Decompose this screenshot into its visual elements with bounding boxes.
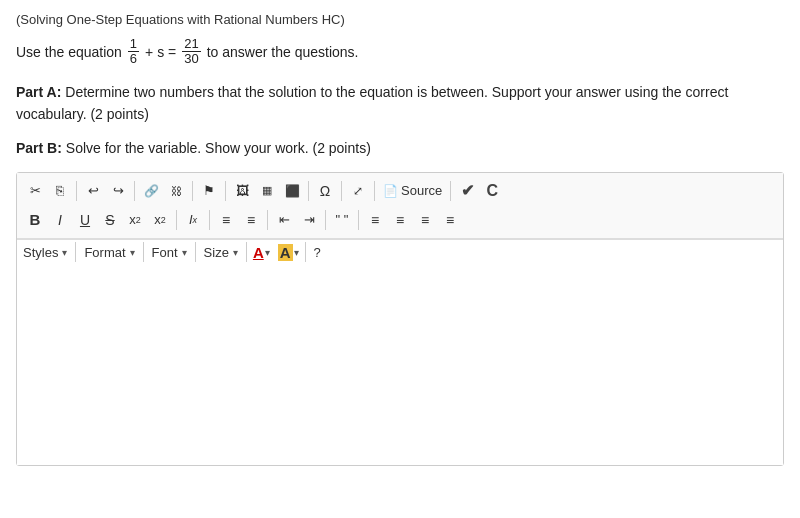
font-color-button[interactable]: A ▾ bbox=[249, 242, 274, 263]
dd-sep2 bbox=[143, 242, 144, 262]
ordered-list-button[interactable]: ≡ bbox=[214, 208, 238, 232]
toolbar-dropdown-row: Styles ▾ Format ▾ Font ▾ Size ▾ A ▾ A ▾ … bbox=[17, 239, 783, 265]
sep11 bbox=[267, 210, 268, 230]
subtitle: (Solving One-Step Equations with Rationa… bbox=[16, 12, 784, 27]
part-b: Part B: Solve for the variable. Show you… bbox=[16, 137, 784, 159]
underline-button[interactable]: U bbox=[73, 208, 97, 232]
dd-sep1 bbox=[75, 242, 76, 262]
link-button[interactable]: 🔗 bbox=[139, 179, 163, 203]
toolbar-row1: ✂ ⎘ ↩ ↪ 🔗 ⛓ ⚑ 🖼 ▦ ⬛ Ω ⤢ 📄 Source ✔ bbox=[17, 173, 783, 239]
equation-prefix: Use the equation bbox=[16, 44, 122, 60]
indent-more-button[interactable]: ⇥ bbox=[297, 208, 321, 232]
editor-container: ✂ ⎘ ↩ ↪ 🔗 ⛓ ⚑ 🖼 ▦ ⬛ Ω ⤢ 📄 Source ✔ bbox=[16, 172, 784, 466]
size-arrow: ▾ bbox=[233, 247, 238, 258]
source-button[interactable]: 📄 Source bbox=[379, 181, 446, 200]
image-button[interactable]: 🖼 bbox=[230, 179, 254, 203]
help-label: ? bbox=[314, 245, 321, 260]
toolbar-icons-row2: B I U S x2 x2 Ix ≡ ≡ ⇤ ⇥ " " ≡ ≡ ≡ ≡ bbox=[23, 206, 777, 234]
unordered-list-button[interactable]: ≡ bbox=[239, 208, 263, 232]
sep9 bbox=[176, 210, 177, 230]
size-dropdown[interactable]: Size ▾ bbox=[198, 243, 244, 262]
align-justify-button[interactable]: ≡ bbox=[438, 208, 462, 232]
font-label: Font bbox=[152, 245, 178, 260]
maximize-button[interactable]: ⤢ bbox=[346, 179, 370, 203]
font-color-A: A bbox=[253, 244, 264, 261]
font-dropdown[interactable]: Font ▾ bbox=[146, 243, 193, 262]
bold-button[interactable]: B bbox=[23, 208, 47, 232]
plus-s: + s = bbox=[145, 44, 176, 60]
source-icon: 📄 bbox=[383, 184, 398, 198]
subscript-button[interactable]: x2 bbox=[123, 208, 147, 232]
equation-suffix: to answer the questions. bbox=[207, 44, 359, 60]
styles-label: Styles bbox=[23, 245, 58, 260]
size-label: Size bbox=[204, 245, 229, 260]
sep8 bbox=[450, 181, 451, 201]
styles-arrow: ▾ bbox=[62, 247, 67, 258]
bg-color-arrow: ▾ bbox=[294, 247, 299, 258]
superscript-button[interactable]: x2 bbox=[148, 208, 172, 232]
font-color-arrow: ▾ bbox=[265, 247, 270, 258]
sep6 bbox=[341, 181, 342, 201]
strikethrough-button[interactable]: S bbox=[98, 208, 122, 232]
bg-color-A: A bbox=[278, 244, 293, 261]
cut-button[interactable]: ✂ bbox=[23, 179, 47, 203]
align-center-button[interactable]: ≡ bbox=[388, 208, 412, 232]
sep13 bbox=[358, 210, 359, 230]
hr-button[interactable]: ⬛ bbox=[280, 179, 304, 203]
Ix-button[interactable]: Ix bbox=[181, 208, 205, 232]
fraction2: 21 30 bbox=[182, 37, 200, 67]
check-button[interactable]: ✔ bbox=[455, 179, 479, 203]
sep3 bbox=[192, 181, 193, 201]
anchor-button[interactable]: ⚑ bbox=[197, 179, 221, 203]
align-left-button[interactable]: ≡ bbox=[363, 208, 387, 232]
unlink-button[interactable]: ⛓ bbox=[164, 179, 188, 203]
redo-button[interactable]: ↪ bbox=[106, 179, 130, 203]
font-arrow: ▾ bbox=[182, 247, 187, 258]
sep12 bbox=[325, 210, 326, 230]
sep10 bbox=[209, 210, 210, 230]
indent-less-button[interactable]: ⇤ bbox=[272, 208, 296, 232]
source-label: Source bbox=[401, 183, 442, 198]
align-right-button[interactable]: ≡ bbox=[413, 208, 437, 232]
dd-sep3 bbox=[195, 242, 196, 262]
sep7 bbox=[374, 181, 375, 201]
format-dropdown[interactable]: Format ▾ bbox=[78, 243, 140, 262]
equation-line: Use the equation 1 6 + s = 21 30 to answ… bbox=[16, 37, 784, 67]
format-label: Format bbox=[84, 245, 125, 260]
bg-color-button[interactable]: A ▾ bbox=[274, 242, 303, 263]
special-char-button[interactable]: Ω bbox=[313, 179, 337, 203]
styles-dropdown[interactable]: Styles ▾ bbox=[17, 243, 73, 262]
part-a: Part A: Determine two numbers that the s… bbox=[16, 81, 784, 126]
dd-sep4 bbox=[246, 242, 247, 262]
undo-button[interactable]: ↩ bbox=[81, 179, 105, 203]
table-button[interactable]: ▦ bbox=[255, 179, 279, 203]
copy-button[interactable]: ⎘ bbox=[48, 179, 72, 203]
sep4 bbox=[225, 181, 226, 201]
sep1 bbox=[76, 181, 77, 201]
help-button[interactable]: ? bbox=[308, 243, 327, 262]
dd-sep5 bbox=[305, 242, 306, 262]
editor-content[interactable] bbox=[17, 265, 783, 465]
format-arrow: ▾ bbox=[130, 247, 135, 258]
toolbar-icons-row1: ✂ ⎘ ↩ ↪ 🔗 ⛓ ⚑ 🖼 ▦ ⬛ Ω ⤢ 📄 Source ✔ bbox=[23, 177, 777, 205]
blockquote-button[interactable]: " " bbox=[330, 208, 354, 232]
clear-button[interactable]: C bbox=[480, 179, 504, 203]
italic-button[interactable]: I bbox=[48, 208, 72, 232]
sep5 bbox=[308, 181, 309, 201]
sep2 bbox=[134, 181, 135, 201]
fraction1: 1 6 bbox=[128, 37, 139, 67]
